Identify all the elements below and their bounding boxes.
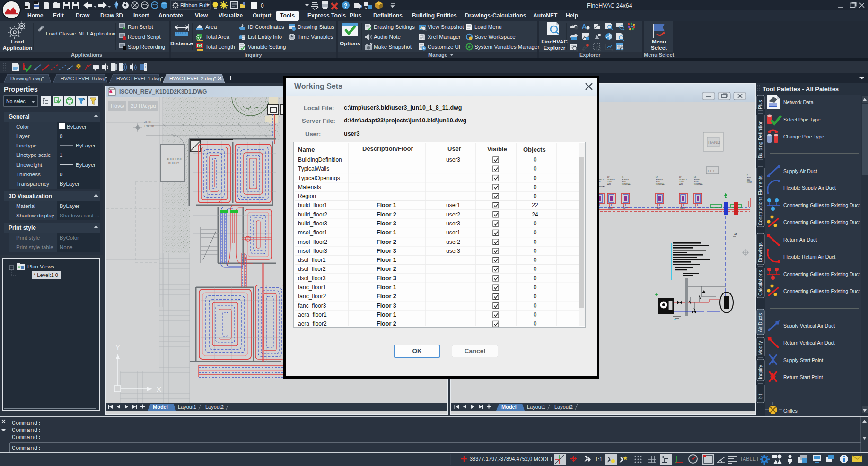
svg-text:Layer: Layer (16, 133, 30, 139)
svg-text:Command:: Command: (12, 420, 41, 427)
svg-text:Objects: Objects (523, 146, 546, 153)
svg-text:0: 0 (534, 220, 537, 227)
svg-text:NOM: NOM (747, 181, 752, 183)
svg-text:System Variables Manager: System Variables Manager (474, 44, 539, 50)
svg-text:0: 0 (534, 175, 537, 181)
svg-text:X: X (157, 385, 161, 393)
svg-text:dsol_floor1: dsol_floor1 (298, 257, 326, 263)
svg-text:Tools: Tools (280, 12, 295, 19)
svg-text:ΑΠΟΘΗΚΗ: ΑΠΟΘΗΚΗ (167, 157, 182, 161)
svg-text:dsol_floor2: dsol_floor2 (298, 266, 326, 272)
svg-text:0: 0 (60, 172, 62, 177)
svg-text:TABLET: TABLET (740, 456, 759, 462)
svg-text:Floor 1: Floor 1 (377, 284, 396, 291)
svg-text:Constructions Elements: Constructions Elements (758, 175, 763, 225)
svg-text:Supply Start Point: Supply Start Point (783, 357, 823, 363)
svg-text:Drawings: Drawings (758, 242, 763, 262)
svg-text:aera_floor2: aera_floor2 (298, 320, 327, 327)
svg-text:0: 0 (534, 248, 537, 254)
svg-text:0: 0 (534, 184, 537, 190)
svg-text:Layout2: Layout2 (205, 404, 224, 410)
svg-text:Drawing Status: Drawing Status (298, 24, 334, 30)
svg-text:HVAC LEVEL 2.dwg*: HVAC LEVEL 2.dwg* (169, 76, 216, 81)
svg-text:Modify: Modify (758, 341, 763, 355)
svg-text:ByLayer: ByLayer (76, 162, 96, 168)
svg-text:0: 0 (534, 311, 537, 318)
svg-text:build_floor2: build_floor2 (298, 211, 327, 218)
svg-text:24: 24 (532, 211, 538, 218)
svg-text:No selec: No selec (6, 98, 26, 104)
svg-text:Command:: Command: (12, 434, 41, 441)
svg-text:Record Script: Record Script (128, 34, 161, 40)
svg-text:ByLayer: ByLayer (60, 181, 79, 187)
svg-text:0: 0 (534, 156, 537, 163)
svg-text:Output: Output (253, 12, 271, 19)
svg-text:AP: AP (734, 233, 737, 236)
svg-text:Drawings-Calculations: Drawings-Calculations (465, 12, 526, 19)
svg-text:ByLayer: ByLayer (76, 143, 96, 148)
svg-text:0: 0 (534, 320, 537, 327)
svg-text:Distance: Distance (170, 41, 193, 46)
svg-text:BuildingDefinition: BuildingDefinition (298, 156, 342, 163)
svg-text:Description/Floor: Description/Floor (362, 145, 413, 152)
svg-text:User: User (447, 145, 461, 152)
svg-text:Name: Name (298, 146, 315, 153)
svg-text:TypicalOpenings: TypicalOpenings (298, 175, 340, 181)
svg-text:List Entity Info: List Entity Info (248, 34, 282, 40)
svg-text:AutoNET: AutoNET (533, 12, 558, 19)
svg-text:ID Coordinates: ID Coordinates (248, 24, 284, 30)
svg-text:NOMINAL: NOMINAL (656, 183, 665, 185)
svg-text:Πάνω: Πάνω (111, 103, 124, 109)
svg-text:Print style table: Print style table (16, 244, 53, 250)
svg-text:Properties: Properties (4, 86, 38, 93)
svg-text:Building Entities: Building Entities (412, 12, 457, 19)
svg-text:Floor 2: Floor 2 (377, 320, 396, 327)
svg-text:Y: Y (115, 343, 120, 351)
svg-text:Plus: Plus (350, 12, 362, 19)
svg-text:FineHVAC 24x64: FineHVAC 24x64 (587, 2, 632, 9)
svg-text:Layout1: Layout1 (527, 404, 545, 410)
svg-text:Supply Air Duct: Supply Air Duct (783, 168, 817, 174)
svg-text:Model: Model (153, 404, 168, 410)
svg-text:Select Pipe Type: Select Pipe Type (783, 117, 821, 122)
svg-text:ByLayer: ByLayer (67, 124, 87, 129)
svg-text:0: 0 (60, 133, 62, 139)
svg-text:build_floor1: build_floor1 (298, 202, 327, 208)
svg-text:ByLayer: ByLayer (60, 203, 79, 209)
svg-text:Layout1: Layout1 (178, 404, 196, 410)
svg-text:Building Definition: Building Definition (758, 121, 763, 158)
svg-text:Return Air Duct: Return Air Duct (783, 237, 817, 242)
svg-text:Explorer: Explorer (544, 45, 566, 51)
svg-text:Stop Recording: Stop Recording (128, 44, 165, 50)
svg-text:None: None (60, 244, 73, 250)
svg-text:Calculations: Calculations (758, 270, 763, 296)
svg-text:Grilles: Grilles (783, 408, 798, 414)
svg-text:Shadow display: Shadow display (16, 213, 54, 218)
svg-text:NOMINAL: NOMINAL (694, 183, 703, 185)
svg-text:Definitions: Definitions (373, 12, 403, 19)
svg-text:A: A (582, 23, 587, 30)
svg-text:Visualize: Visualize (219, 12, 243, 19)
svg-text:Print style: Print style (9, 224, 36, 231)
svg-text:user3: user3 (446, 156, 460, 163)
svg-text:0: 0 (534, 257, 537, 263)
svg-text:38377.1797,-37894.4752,0: 38377.1797,-37894.4752,0 (470, 456, 532, 462)
svg-text:Run Script: Run Script (128, 24, 153, 30)
svg-text:Connecting Grilles to Existing: Connecting Grilles to Existing Duct (783, 271, 860, 277)
svg-text:Floor 1: Floor 1 (377, 202, 396, 208)
svg-text:Print style: Print style (16, 235, 40, 241)
svg-text:Materials: Materials (298, 184, 321, 190)
svg-text:Manage: Manage (428, 52, 447, 58)
svg-text:0: 0 (261, 2, 264, 9)
svg-text:Supply Vertical Air Duct: Supply Vertical Air Duct (783, 323, 835, 328)
svg-text:Total Length: Total Length (205, 44, 235, 50)
svg-text:HVAC LEVEL 1.dwg*: HVAC LEVEL 1.dwg* (116, 76, 163, 81)
svg-text:Return Start Point: Return Start Point (783, 374, 823, 380)
svg-text:Drawing1.dwg*: Drawing1.dwg* (10, 76, 44, 81)
svg-text:user3: user3 (446, 220, 460, 227)
svg-text:Customize UI: Customize UI (428, 44, 460, 50)
svg-text:Inquiry: Inquiry (245, 52, 263, 58)
svg-text:Save Workspace: Save Workspace (474, 34, 516, 40)
svg-text:user1: user1 (446, 229, 460, 236)
svg-text:AIR: AIR (679, 183, 683, 185)
